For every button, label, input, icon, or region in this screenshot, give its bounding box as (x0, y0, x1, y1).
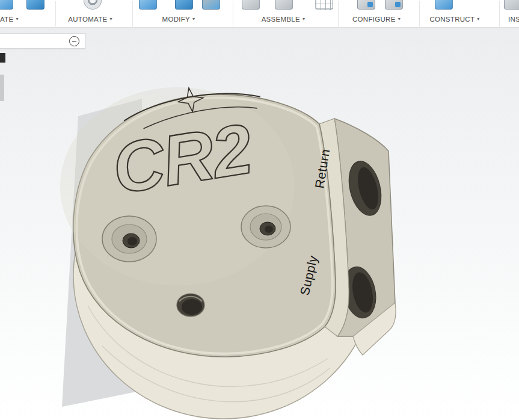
toolbar-separator (338, 1, 339, 26)
parameters-table-icon[interactable] (315, 0, 333, 10)
dropdown-arrow-icon: ▾ (398, 17, 401, 22)
configure-features-icon[interactable] (385, 0, 403, 10)
automate-icon[interactable] (84, 0, 102, 10)
modify-shell-icon[interactable] (202, 0, 220, 10)
automate-menu-label: AUTOMATE (68, 16, 107, 23)
counterbore-hole-right[interactable] (241, 206, 290, 248)
toolbar-separator (55, 1, 56, 26)
modify-menu-button[interactable]: MODIFY ▾ (161, 14, 197, 25)
construct-menu-button[interactable]: CONSTRUCT ▾ (428, 14, 481, 25)
collapse-browser-button[interactable] (69, 36, 79, 46)
through-hole[interactable] (177, 294, 204, 317)
toolbar: ATE ▾ AUTOMATE ▾ MODIFY ▾ ASSEMBLE ▾ CON… (0, 0, 519, 28)
toolbar-separator (419, 1, 420, 26)
dropdown-arrow-icon: ▾ (192, 17, 195, 22)
modify-menu-label: MODIFY (162, 16, 191, 23)
modify-fillet-icon[interactable] (175, 0, 193, 10)
configure-insert-icon[interactable] (357, 0, 375, 10)
inspect-menu-button[interactable]: INS (507, 14, 519, 25)
viewport-canvas[interactable]: CR2 Return Supply (0, 0, 519, 420)
create-form-icon[interactable] (26, 0, 45, 10)
toolbar-separator (499, 1, 500, 26)
configure-menu-label: CONFIGURE (352, 16, 396, 23)
inspect-menu-label: INS (508, 16, 519, 23)
minus-icon (72, 41, 76, 42)
create-menu-button[interactable]: ATE ▾ (0, 14, 20, 25)
dropdown-arrow-icon: ▾ (16, 17, 18, 22)
dropdown-arrow-icon: ▾ (477, 17, 479, 22)
construct-menu-label: CONSTRUCT (429, 16, 474, 23)
assemble-menu-button[interactable]: ASSEMBLE ▾ (260, 14, 307, 25)
assemble-component-icon[interactable] (242, 0, 260, 10)
create-menu-label: ATE (0, 16, 13, 23)
configure-menu-button[interactable]: CONFIGURE ▾ (351, 14, 402, 25)
panel-edge-gray (0, 75, 4, 101)
plus-badge-icon (367, 2, 373, 7)
toolbar-separator (233, 1, 233, 26)
app-window: CR2 Return Supply (0, 0, 519, 420)
assemble-joint-icon[interactable] (275, 0, 293, 10)
assemble-menu-label: ASSEMBLE (262, 16, 300, 23)
counterbore-hole-left[interactable] (102, 216, 156, 262)
browser-header-bar (0, 33, 85, 49)
create-icon[interactable] (0, 0, 13, 10)
dropdown-arrow-icon: ▾ (302, 17, 305, 22)
automate-menu-button[interactable]: AUTOMATE ▾ (67, 14, 114, 25)
plus-badge-icon (395, 2, 401, 7)
panel-edge-dark (0, 53, 5, 63)
inspect-icon[interactable] (504, 0, 519, 10)
dropdown-arrow-icon: ▾ (109, 17, 112, 22)
toolbar-separator (132, 1, 133, 26)
construct-plane-icon[interactable] (435, 0, 453, 10)
modify-press-pull-icon[interactable] (139, 0, 157, 10)
